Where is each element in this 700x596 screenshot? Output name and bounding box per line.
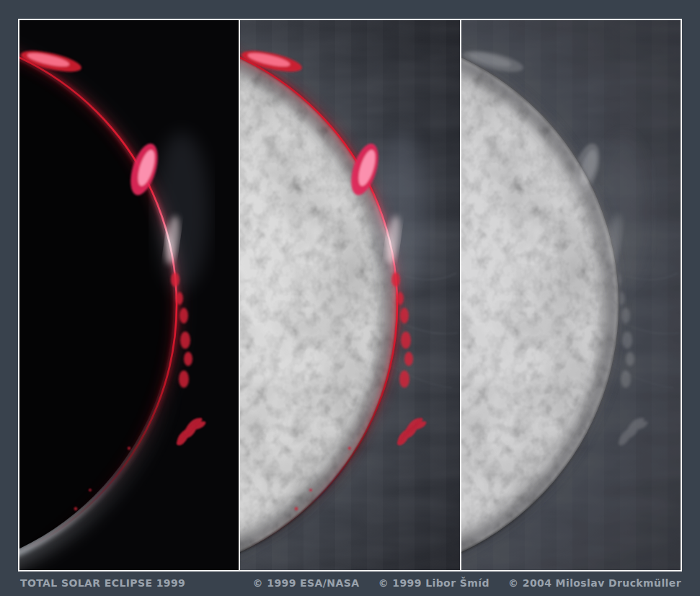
triptych-image <box>18 19 682 571</box>
credits: © 1999 ESA/NASA © 1999 Libor Šmíd © 2004… <box>238 577 682 589</box>
photo-frame <box>18 19 682 571</box>
panel-total-eclipse <box>18 20 239 571</box>
caption-bar: TOTAL SOLAR ECLIPSE 1999 © 1999 ESA/NASA… <box>18 573 682 593</box>
credit-esa-nasa: © 1999 ESA/NASA <box>253 577 360 589</box>
credit-druckmuller: © 2004 Miloslav Druckmüller <box>508 577 681 589</box>
credit-libor-smid: © 1999 Libor Šmíd <box>378 577 489 589</box>
caption-title: TOTAL SOLAR ECLIPSE 1999 <box>18 577 185 589</box>
